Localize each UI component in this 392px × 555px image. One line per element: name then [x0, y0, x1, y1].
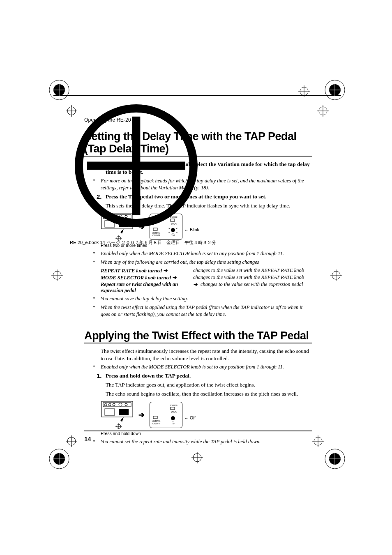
section1-note-b: * Enabled only when the MODE SELECTOR kn… — [84, 250, 312, 257]
page-number: 14 — [84, 435, 91, 442]
svg-text:ON/OFF: ON/OFF — [152, 422, 160, 425]
svg-text:(TAP): (TAP) — [171, 223, 177, 225]
running-header: Operating the RE-20 — [84, 117, 312, 123]
svg-rect-27 — [103, 403, 131, 407]
changes-condition: MODE SELECTOR knob turned ➔ — [101, 274, 193, 281]
svg-rect-18 — [153, 228, 157, 230]
crop-mark-icon — [47, 447, 71, 471]
svg-line-23 — [176, 228, 178, 229]
heading-rule — [84, 343, 312, 343]
section1-step2-body: This sets the tap delay time. The TAP in… — [84, 202, 312, 210]
svg-text:TAP: TAP — [171, 234, 175, 237]
changes-result: changes to the value set with the REPEAT… — [193, 267, 304, 274]
arrow-icon: ➔ — [138, 222, 145, 231]
section2-heading: Applying the Twist Effect with the TAP P… — [84, 329, 312, 342]
blink-label: Blink — [190, 227, 199, 232]
svg-text:POWER: POWER — [170, 404, 178, 407]
section2-note-b: * You cannot set the repeat rate and int… — [84, 438, 312, 445]
led-panel: POWER (TAP) (WRITE) ON/OFF TAP — [150, 214, 182, 240]
arrow-icon: ➔ — [138, 410, 145, 419]
svg-point-29 — [108, 403, 111, 406]
step-number: 1. — [97, 161, 106, 175]
section2-note-a: * Enabled only when the MODE SELECTOR kn… — [84, 364, 312, 371]
svg-point-7 — [113, 215, 115, 218]
step-text: Using the MODE SELECTOR knob, select the… — [106, 161, 312, 175]
registration-mark-icon — [51, 269, 63, 281]
changes-result: changes to the value set with the REPEAT… — [193, 274, 304, 281]
note-asterisk: * — [92, 364, 101, 371]
step-text: Press and hold down the TAP pedal. — [106, 372, 191, 380]
crop-mark-icon — [323, 78, 347, 102]
svg-rect-33 — [105, 409, 115, 415]
svg-text:ON/OFF: ON/OFF — [152, 234, 160, 237]
svg-point-8 — [119, 215, 122, 218]
section1-step1: 1. Using the MODE SELECTOR knob, select … — [84, 161, 312, 175]
changes-condition: Repeat rate or twist changed with an exp… — [101, 281, 193, 294]
note-text: You cannot save the tap delay time setti… — [101, 295, 188, 302]
changes-condition: REPEAT RATE knob turned ➔ — [101, 267, 193, 274]
svg-rect-39 — [171, 407, 175, 410]
table-row: REPEAT RATE knob turned ➔ changes to the… — [101, 267, 312, 274]
off-label: Off — [190, 415, 196, 420]
section2-body2: The echo sound begins to oscillate, then… — [84, 390, 312, 398]
registration-mark-icon — [66, 435, 77, 447]
section1-note-d: * You cannot save the tap delay time set… — [84, 295, 312, 302]
section1-note-a: * For more on the playback heads for whi… — [84, 177, 312, 191]
section1-step2: 2. Press the TAP pedal two or more times… — [84, 193, 312, 200]
registration-mark-icon — [317, 105, 329, 117]
press-caption: Press two or more times — [101, 243, 312, 248]
svg-rect-11 — [119, 221, 129, 227]
heading-rule — [84, 156, 312, 157]
step-number: 2. — [97, 193, 106, 200]
svg-point-9 — [125, 215, 127, 218]
page-bottom-rule — [84, 431, 312, 431]
svg-rect-34 — [119, 409, 129, 415]
section2-body1: The TAP indicator goes out, and applicat… — [84, 381, 312, 389]
registration-mark-icon — [191, 452, 203, 463]
crop-mark-icon — [47, 78, 71, 102]
note-asterisk: * — [92, 438, 101, 445]
note-text: When any of the following are carried ou… — [101, 259, 259, 266]
registration-mark-icon — [298, 85, 310, 97]
svg-text:POWER: POWER — [170, 216, 178, 219]
svg-text:(TAP): (TAP) — [171, 411, 177, 413]
svg-line-25 — [176, 232, 178, 233]
step-text: Press the TAP pedal two or more times at… — [106, 193, 266, 200]
changes-condition-text: Repeat rate or twist changed with an exp… — [101, 281, 178, 293]
note-text: For more on the playback heads for which… — [101, 177, 312, 191]
note-asterisk: * — [92, 259, 101, 266]
section1-note-e: * When the twist effect is applied using… — [84, 304, 312, 318]
note-asterisk: * — [92, 295, 101, 302]
table-row: MODE SELECTOR knob turned ➔ changes to t… — [101, 274, 312, 281]
section2-intro: The twist effect simultaneously increase… — [84, 348, 312, 362]
svg-rect-41 — [153, 416, 157, 419]
svg-point-32 — [125, 403, 127, 406]
pedal-icon — [101, 401, 134, 429]
page-content: Operating the RE-20 Setting the Delay Ti… — [84, 117, 312, 447]
changes-result: changes to the value set with the expres… — [201, 281, 303, 288]
svg-point-31 — [119, 403, 122, 406]
registration-mark-icon — [330, 269, 342, 281]
note-text: Enabled only when the MODE SELECTOR knob… — [101, 250, 284, 257]
arrow-left-icon: ← — [184, 228, 189, 233]
svg-line-24 — [168, 232, 170, 233]
note-asterisk: * — [92, 250, 101, 257]
registration-mark-icon — [66, 105, 77, 117]
pedal-icon — [101, 212, 134, 241]
svg-point-5 — [104, 215, 107, 218]
note-text: You cannot set the repeat rate and inten… — [101, 438, 261, 445]
step-number: 1. — [97, 372, 106, 380]
note-text: Enabled only when the MODE SELECTOR knob… — [101, 364, 284, 371]
registration-mark-icon — [312, 435, 324, 447]
arrow-left-icon: ← — [184, 416, 189, 421]
svg-line-22 — [168, 228, 170, 229]
svg-point-6 — [108, 215, 111, 218]
led-panel: POWER (TAP) (WRITE) ON/OFF TAP ← Off — [150, 402, 182, 428]
svg-text:TAP: TAP — [171, 422, 175, 425]
note-asterisk: * — [92, 177, 101, 191]
changes-table: REPEAT RATE knob turned ➔ changes to the… — [84, 267, 312, 294]
note-text: When the twist effect is applied using t… — [101, 304, 312, 318]
crop-mark-icon — [323, 447, 347, 471]
section1-note-c: * When any of the following are carried … — [84, 259, 312, 266]
svg-point-30 — [113, 403, 115, 406]
